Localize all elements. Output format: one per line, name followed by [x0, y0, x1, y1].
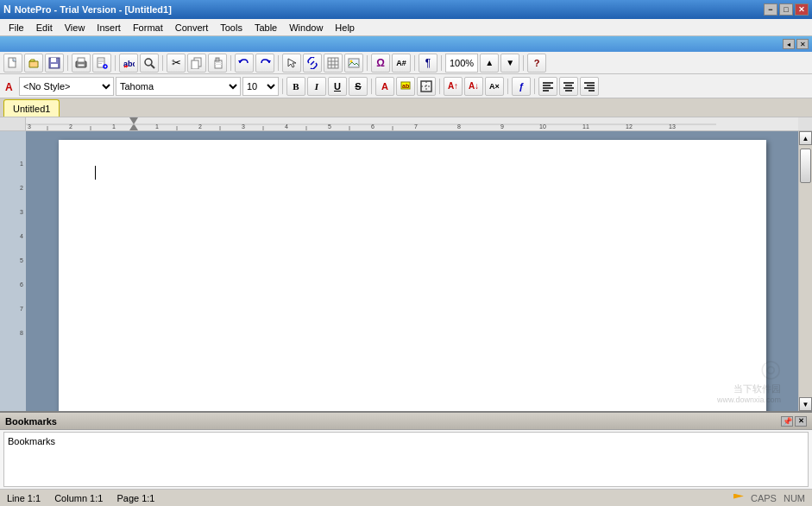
v-ruler-mark: 6 — [0, 281, 26, 294]
redo-button[interactable] — [255, 54, 274, 73]
italic-button[interactable]: I — [307, 77, 326, 96]
font-size-select[interactable]: 10 — [242, 77, 279, 96]
menu-edit[interactable]: Edit — [31, 21, 58, 35]
show-format-button[interactable]: ¶ — [419, 54, 437, 73]
menu-help[interactable]: Help — [330, 21, 360, 35]
clear-format-button[interactable]: A× — [485, 77, 504, 96]
save-button[interactable] — [45, 54, 64, 73]
scroll-up-button[interactable]: ▲ — [799, 131, 812, 145]
underline-button[interactable]: U — [328, 77, 347, 96]
strikethrough-button[interactable]: S — [349, 77, 368, 96]
status-column: Column 1:1 — [54, 493, 103, 503]
spellcheck-button[interactable]: abc — [119, 54, 138, 73]
cut-button[interactable]: ✂ — [167, 54, 186, 73]
highlight-button[interactable]: ab — [396, 77, 415, 96]
table-insert-button[interactable] — [324, 54, 343, 73]
document-tab[interactable]: Untitled1 — [3, 99, 60, 117]
v-ruler-mark: 7 — [0, 306, 26, 318]
paste-button[interactable] — [208, 54, 227, 73]
menu-convert[interactable]: Convert — [170, 21, 214, 35]
svg-text:11: 11 — [582, 123, 589, 130]
preview-button[interactable] — [92, 54, 111, 73]
svg-rect-20 — [215, 62, 222, 63]
menu-view[interactable]: View — [60, 21, 91, 35]
zoom-in-button[interactable]: ▲ — [480, 54, 499, 73]
menu-file[interactable]: File — [3, 21, 29, 35]
align-left-icon — [542, 80, 554, 92]
sep5 — [278, 55, 279, 71]
menu-window[interactable]: Window — [284, 21, 328, 35]
watermark-text: 当下软件园 — [717, 383, 781, 395]
find-button[interactable] — [140, 54, 159, 73]
text-content[interactable] — [93, 166, 732, 338]
maximize-button[interactable]: □ — [779, 3, 793, 16]
svg-rect-5 — [78, 58, 85, 62]
svg-rect-10 — [98, 63, 102, 64]
new-button[interactable] — [3, 54, 22, 73]
svg-rect-6 — [78, 64, 85, 66]
formula-button[interactable]: ƒ — [512, 77, 531, 96]
align-left-button[interactable] — [538, 77, 557, 96]
open-button[interactable] — [24, 54, 43, 73]
scroll-thumb[interactable] — [800, 149, 811, 183]
vertical-ruler: 1 2 3 4 5 6 7 8 — [0, 131, 26, 411]
scroll-track[interactable] — [799, 145, 812, 397]
char-map-button[interactable]: A# — [392, 54, 411, 73]
close-button[interactable]: ✕ — [795, 3, 809, 16]
svg-rect-9 — [98, 61, 104, 62]
format-toolbar: A <No Style> Tahoma 10 B I U S A ab A↑ A… — [0, 74, 812, 98]
ruler-svg: 3 2 1 1 2 3 4 5 6 7 8 9 10 11 12 13 — [26, 117, 798, 130]
select-button[interactable] — [282, 54, 301, 73]
zoom-value: 100% — [450, 58, 474, 68]
increase-font-button[interactable]: A↑ — [444, 77, 463, 96]
inner-title-controls: ◂ ✕ — [783, 39, 809, 49]
sep3 — [162, 55, 163, 71]
svg-text:10: 10 — [539, 123, 546, 130]
bookmarks-close-button[interactable]: ✕ — [795, 416, 807, 427]
menu-insert[interactable]: Insert — [91, 21, 126, 35]
minimize-button[interactable]: − — [764, 3, 777, 16]
v-ruler-mark: 8 — [0, 330, 26, 342]
link-button[interactable] — [303, 54, 322, 73]
font-select[interactable]: Tahoma — [116, 77, 241, 96]
svg-text:3: 3 — [242, 123, 245, 130]
svg-text:4: 4 — [285, 123, 288, 130]
align-center-button[interactable] — [559, 77, 578, 96]
svg-rect-29 — [349, 59, 359, 67]
status-page: Page 1:1 — [116, 493, 154, 503]
sep-fmt4 — [507, 79, 508, 94]
image-button[interactable] — [344, 54, 363, 73]
print-button[interactable] — [72, 54, 91, 73]
menu-format[interactable]: Format — [128, 21, 168, 35]
bookmarks-pin-button[interactable]: 📌 — [781, 416, 793, 427]
copy-button[interactable] — [187, 54, 206, 73]
zoom-out-button[interactable]: ▼ — [500, 54, 519, 73]
inner-restore-button[interactable]: ◂ — [783, 39, 795, 49]
title-bar-controls: − □ ✕ — [764, 3, 809, 16]
decrease-font-button[interactable]: A↓ — [464, 77, 483, 96]
undo-button[interactable] — [235, 54, 254, 73]
flag-icon — [733, 494, 744, 503]
svg-text:1: 1 — [112, 123, 116, 130]
borders-button[interactable] — [417, 77, 436, 96]
help-button[interactable]: ? — [527, 54, 546, 73]
font-color-button[interactable]: A — [375, 77, 394, 96]
zoom-display: 100% — [445, 54, 478, 73]
symbol-button[interactable]: Ω — [371, 54, 390, 73]
v-ruler-mark — [0, 269, 26, 281]
main-toolbar: abc ✂ Ω A# ¶ 100% ▲ ▼ ? — [0, 52, 812, 74]
status-bar: Line 1:1 Column 1:1 Page 1:1 CAPS NUM — [0, 489, 812, 506]
bookmarks-header: Bookmarks 📌 ✕ — [0, 413, 812, 430]
menu-table[interactable]: Table — [249, 21, 282, 35]
bold-button[interactable]: B — [286, 77, 305, 96]
inner-close-button[interactable]: ✕ — [796, 39, 809, 49]
align-right-button[interactable] — [580, 77, 599, 96]
menu-tools[interactable]: Tools — [215, 21, 248, 35]
svg-rect-3 — [51, 64, 58, 67]
style-select[interactable]: <No Style> — [19, 77, 114, 96]
v-ruler-mark: 1 — [0, 161, 26, 173]
scroll-down-button[interactable]: ▼ — [799, 397, 812, 411]
font-color-icon: A — [381, 81, 388, 92]
v-ruler-mark — [0, 149, 26, 161]
vertical-scrollbar[interactable]: ▲ ▼ — [798, 131, 812, 411]
